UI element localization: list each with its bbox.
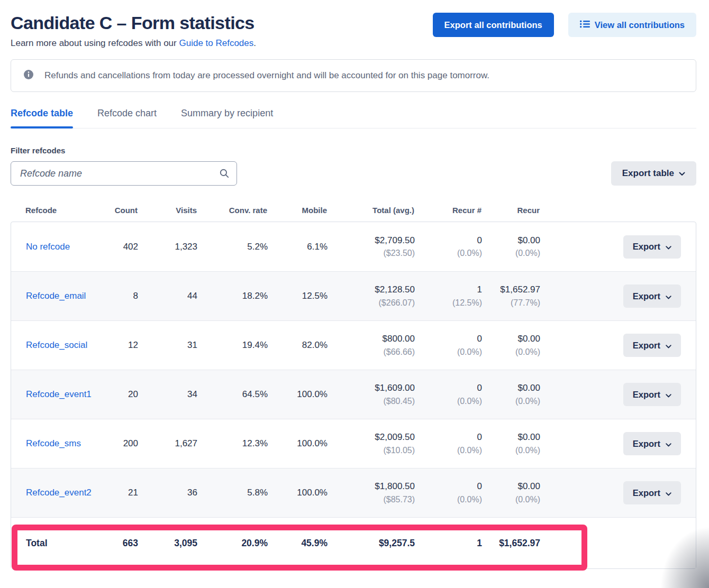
row-export-button[interactable]: Export xyxy=(623,481,681,504)
table-row: Refcode_email 8 44 18.2% 12.5% $2,128.50… xyxy=(11,271,696,320)
row-export-label: Export xyxy=(633,488,660,498)
info-banner-text: Refunds and cancellations from today are… xyxy=(44,70,489,81)
recur-value: $0.00 xyxy=(482,234,540,247)
subtitle-period: . xyxy=(253,38,256,48)
col-header-conv-rate: Conv. rate xyxy=(197,206,267,215)
recur-count-value: 0 xyxy=(415,332,482,346)
total-avg-cell: $800.00 ($66.66) xyxy=(328,332,415,359)
conv-rate-cell: 12.3% xyxy=(197,437,268,451)
conv-rate-cell: 5.8% xyxy=(197,486,268,500)
row-export-label: Export xyxy=(633,242,660,252)
title-block: Candidate C – Form statistics Learn more… xyxy=(11,13,433,49)
avg-value: ($10.05) xyxy=(328,444,415,457)
col-header-visits: Visits xyxy=(138,206,197,215)
guide-to-refcodes-link[interactable]: Guide to Refcodes xyxy=(179,38,253,48)
chevron-down-icon xyxy=(666,439,671,449)
recur-cell: $0.00 (0.0%) xyxy=(482,430,540,457)
info-banner: Refunds and cancellations from today are… xyxy=(11,59,696,92)
export-table-button[interactable]: Export table xyxy=(611,161,696,186)
row-actions-cell: Export xyxy=(540,481,681,504)
recur-cell: $1,652.97 (77.7%) xyxy=(482,283,540,309)
total-value: $1,800.50 xyxy=(328,480,415,493)
visits-cell: 34 xyxy=(138,388,197,401)
total-value: $2,709.50 xyxy=(328,234,415,247)
total-count: 663 xyxy=(95,536,138,550)
count-cell: 402 xyxy=(95,240,138,254)
row-export-label: Export xyxy=(633,341,660,351)
header-actions: Export all contributions View all contri… xyxy=(433,13,696,37)
col-header-recur-num: Recur # xyxy=(414,206,481,215)
refcode-table-rows: No refcode 402 1,323 5.2% 6.1% $2,709.50… xyxy=(11,222,696,517)
chevron-down-icon xyxy=(666,291,671,301)
visits-cell: 1,627 xyxy=(138,437,197,451)
row-export-button[interactable]: Export xyxy=(623,284,681,308)
row-export-button[interactable]: Export xyxy=(623,383,681,406)
tab-refcode-table[interactable]: Refcode table xyxy=(11,108,73,128)
count-cell: 8 xyxy=(95,289,138,303)
recur-count-value: 0 xyxy=(415,234,482,247)
recur-count-pct: (0.0%) xyxy=(415,444,482,457)
conv-rate-cell: 5.2% xyxy=(197,240,268,254)
mobile-cell: 6.1% xyxy=(268,240,328,254)
filter-refcodes-label: Filter refcodes xyxy=(11,146,696,155)
row-export-button[interactable]: Export xyxy=(623,334,681,357)
table-row: Refcode_event2 21 36 5.8% 100.0% $1,800.… xyxy=(11,468,696,517)
view-all-contributions-label: View all contributions xyxy=(595,20,685,30)
visits-cell: 36 xyxy=(138,486,197,500)
count-cell: 12 xyxy=(95,338,138,352)
col-header-refcode: Refcode xyxy=(25,206,94,215)
table-row: Refcode_sms 200 1,627 12.3% 100.0% $2,00… xyxy=(11,419,696,468)
export-all-contributions-button[interactable]: Export all contributions xyxy=(433,13,554,37)
page-header: Candidate C – Form statistics Learn more… xyxy=(11,13,696,49)
tab-refcode-chart[interactable]: Refcode chart xyxy=(97,108,157,128)
recur-count-value: 0 xyxy=(415,430,482,444)
refcode-link[interactable]: Refcode_event1 xyxy=(26,389,92,399)
visits-cell: 1,323 xyxy=(138,240,197,254)
refcode-link[interactable]: Refcode_event2 xyxy=(26,488,92,498)
refcode-search-input[interactable] xyxy=(11,161,237,186)
view-all-contributions-button[interactable]: View all contributions xyxy=(568,13,696,37)
total-recur-amount: $1,652.97 xyxy=(482,536,540,550)
chevron-down-icon xyxy=(666,390,671,400)
table-header-row: Refcode Count Visits Conv. rate Mobile T… xyxy=(11,206,696,215)
mobile-cell: 12.5% xyxy=(268,289,328,303)
recur-cell: $0.00 (0.0%) xyxy=(482,381,540,408)
recur-pct: (0.0%) xyxy=(482,346,540,359)
refcode-cell: Refcode_social xyxy=(26,338,95,352)
recur-value: $1,652.97 xyxy=(482,283,540,297)
subtitle-text: Learn more about using refcodes with our xyxy=(11,38,179,48)
row-export-label: Export xyxy=(633,390,660,400)
refcode-cell: Refcode_event2 xyxy=(26,486,95,500)
total-visits: 3,095 xyxy=(138,536,197,550)
recur-cell: $0.00 (0.0%) xyxy=(482,234,540,260)
total-row-label: Total xyxy=(26,536,95,550)
mobile-cell: 100.0% xyxy=(268,486,328,500)
total-value: $800.00 xyxy=(328,332,415,346)
count-cell: 21 xyxy=(95,486,138,500)
recur-count-cell: 0 (0.0%) xyxy=(415,480,482,506)
export-table-label: Export table xyxy=(622,168,674,179)
refcode-link[interactable]: Refcode_sms xyxy=(26,438,81,448)
total-avg-cell: $1,609.00 ($80.45) xyxy=(328,381,415,408)
recur-pct: (0.0%) xyxy=(482,247,540,260)
refcode-link[interactable]: Refcode_email xyxy=(26,291,86,301)
recur-count-cell: 0 (0.0%) xyxy=(415,234,482,260)
chevron-down-icon xyxy=(666,341,671,351)
row-export-button[interactable]: Export xyxy=(623,235,681,259)
recur-count-value: 0 xyxy=(415,480,482,493)
total-conv-rate: 20.9% xyxy=(197,536,268,550)
recur-count-pct: (0.0%) xyxy=(415,247,482,260)
mobile-cell: 100.0% xyxy=(268,437,328,451)
tab-summary-by-recipient[interactable]: Summary by recipient xyxy=(181,108,273,128)
page-subtitle: Learn more about using refcodes with our… xyxy=(11,38,433,49)
row-export-button[interactable]: Export xyxy=(623,432,681,455)
avg-value: ($85.73) xyxy=(328,493,415,506)
refcode-link[interactable]: No refcode xyxy=(26,242,70,252)
refcode-link[interactable]: Refcode_social xyxy=(26,340,87,350)
row-export-label: Export xyxy=(633,439,660,449)
row-export-label: Export xyxy=(633,291,660,301)
recur-value: $0.00 xyxy=(482,381,540,395)
refcode-search-box xyxy=(11,161,237,186)
total-recur-count: 1 xyxy=(415,536,482,550)
recur-count-cell: 0 (0.0%) xyxy=(415,381,482,408)
